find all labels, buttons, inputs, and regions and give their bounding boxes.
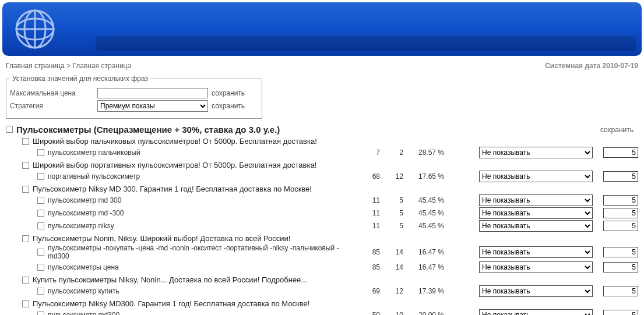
phrase-row: пульсоксиметр купить691217.39 %Не показы… (37, 285, 638, 297)
phrase-bid-input[interactable] (603, 262, 638, 272)
phrase-bid-input[interactable] (603, 171, 638, 182)
ad-title: Пульсоксиметр Niksy MD 300. Гарантия 1 г… (33, 185, 312, 193)
phrase-stat-clicks: 12 (380, 287, 403, 295)
bulk-settings-fieldset: Установка значений для нескольких фраз М… (6, 75, 262, 119)
phrase-checkbox[interactable] (37, 210, 44, 217)
phrase-text: пульсоксиметр купить (48, 287, 357, 295)
phrase-strategy-select[interactable]: Не показывать (479, 194, 593, 206)
phrase-stat-impressions: 11 (357, 209, 380, 217)
phrase-stat-ctr: 45.45 % (403, 196, 444, 204)
breadcrumb-sep: > (66, 62, 71, 70)
ad-checkbox[interactable] (22, 162, 29, 169)
phrase-strategy-select[interactable]: Не показывать (479, 285, 593, 297)
phrase-bid-input[interactable] (603, 195, 638, 206)
phrase-row: пульсоксиметры -покупать -цена -md -noni… (37, 244, 638, 260)
ad-checkbox[interactable] (22, 138, 29, 145)
phrase-text: пульсоксиметры -покупать -цена -md -noni… (48, 244, 357, 260)
ad-block: Пульсоксиметр Niksy MD300. Гарантия 1 го… (22, 299, 638, 315)
phrase-bid-input[interactable] (603, 147, 638, 158)
phrase-stat-clicks: 10 (380, 311, 403, 315)
phrase-text: пульсоксиметр niksy (48, 222, 357, 230)
phrase-text: пульсоксиметр md300 (48, 311, 357, 315)
phrase-stat-clicks: 5 (380, 222, 403, 230)
maxprice-save-button[interactable]: сохранить (212, 89, 245, 97)
phrase-stat-clicks: 12 (380, 172, 403, 180)
phrase-strategy-select[interactable]: Не показывать (479, 309, 593, 315)
globe-icon (14, 8, 56, 50)
phrase-stat-clicks: 5 (380, 196, 403, 204)
phrase-row: пульсоксиметр md 30011545.45 %Не показыв… (37, 194, 638, 206)
phrase-strategy-select[interactable]: Не показывать (479, 261, 593, 273)
phrase-stat-clicks: 5 (380, 209, 403, 217)
strategy-label: Стратегия (10, 102, 97, 110)
strategy-select[interactable]: Премиум показы (97, 100, 208, 112)
phrase-row: пульсоксиметр пальчиковый7228.57 %Не пок… (37, 147, 638, 158)
phrase-stat-impressions: 50 (357, 311, 380, 315)
phrase-strategy-select[interactable]: Не показывать (479, 171, 593, 182)
ad-block: Широкий выбор портативных пульсоксиметро… (22, 161, 638, 182)
maxprice-label: Максимальная цена (10, 89, 97, 97)
ad-checkbox[interactable] (22, 300, 29, 307)
group-save-button[interactable]: сохранить (600, 126, 638, 134)
ad-title: Пульсоксиметры Nonin, Niksy. Широкий выб… (33, 234, 290, 243)
phrase-text: пульсоксиметр md -300 (48, 209, 357, 217)
ad-checkbox[interactable] (22, 186, 29, 193)
phrase-bid-input[interactable] (603, 310, 638, 315)
phrase-stat-clicks: 14 (380, 263, 403, 271)
phrase-checkbox[interactable] (37, 173, 44, 180)
bulk-settings-legend: Установка значений для нескольких фраз (10, 75, 150, 83)
ad-block: Купить пульсоксиметры Niksy, Nonin... До… (22, 275, 638, 297)
phrase-checkbox[interactable] (37, 249, 44, 256)
phrase-stat-clicks: 14 (380, 248, 403, 256)
header-bar (2, 2, 642, 56)
phrase-checkbox[interactable] (37, 312, 44, 315)
phrase-row: пульсоксиметры цена851416.47 %Не показыв… (37, 261, 638, 273)
phrase-stat-impressions: 85 (357, 248, 380, 256)
ad-checkbox[interactable] (22, 277, 29, 284)
phrase-bid-input[interactable] (603, 286, 638, 296)
phrase-strategy-select[interactable]: Не показывать (479, 246, 593, 258)
phrase-text: пульсоксиметр пальчиковый (48, 148, 357, 157)
phrase-stat-ctr: 45.45 % (403, 222, 444, 230)
phrase-stat-impressions: 69 (357, 287, 380, 295)
maxprice-input[interactable] (97, 88, 208, 98)
group-checkbox[interactable] (6, 126, 13, 133)
top-line: Главная страница > Главная страница Сист… (0, 58, 644, 72)
phrase-checkbox[interactable] (37, 288, 44, 295)
phrase-checkbox[interactable] (37, 149, 44, 156)
ad-title: Купить пульсоксиметры Niksy, Nonin... До… (33, 275, 307, 284)
phrase-stat-impressions: 11 (357, 222, 380, 230)
phrase-checkbox[interactable] (37, 197, 44, 204)
phrase-bid-input[interactable] (603, 208, 638, 218)
ad-title: Широкий выбор пальчиковых пульсоксиметро… (33, 137, 317, 146)
phrase-text: портативный пульсоксиметр (48, 172, 357, 180)
phrase-stat-clicks: 2 (380, 148, 403, 157)
breadcrumb-home[interactable]: Главная страница (6, 62, 65, 70)
ad-block: Широкий выбор пальчиковых пульсоксиметро… (22, 137, 638, 158)
ad-block: Пульсоксиметры Nonin, Niksy. Широкий выб… (22, 234, 638, 273)
phrase-row: пульсоксиметр md -30011545.45 %Не показы… (37, 207, 638, 219)
phrase-checkbox[interactable] (37, 222, 44, 229)
phrase-stat-ctr: 20.00 % (403, 311, 444, 315)
ad-title: Пульсоксиметр Niksy MD300. Гарантия 1 го… (33, 299, 309, 308)
ad-block: Пульсоксиметр Niksy MD 300. Гарантия 1 г… (22, 185, 638, 232)
phrase-bid-input[interactable] (603, 221, 638, 231)
phrase-row: пульсоксиметр md300501020.00 %Не показыв… (37, 309, 638, 315)
phrase-strategy-select[interactable]: Не показывать (479, 207, 593, 219)
phrase-row: портативный пульсоксиметр681217.65 %Не п… (37, 171, 638, 182)
ad-checkbox[interactable] (22, 235, 29, 242)
phrase-row: пульсоксиметр niksy11545.45 %Не показыва… (37, 220, 638, 232)
phrase-stat-impressions: 7 (357, 148, 380, 157)
phrase-strategy-select[interactable]: Не показывать (479, 147, 593, 158)
phrase-stat-ctr: 45.45 % (403, 209, 444, 217)
phrase-strategy-select[interactable]: Не показывать (479, 220, 593, 232)
system-date: Системная дата 2010-07-19 (545, 62, 638, 70)
system-date-label: Системная дата (545, 62, 600, 70)
phrase-stat-impressions: 68 (357, 172, 380, 180)
phrase-stat-ctr: 16.47 % (403, 248, 444, 256)
phrase-text: пульсоксиметр md 300 (48, 196, 357, 204)
phrase-stat-ctr: 28.57 % (403, 148, 444, 157)
phrase-checkbox[interactable] (37, 264, 44, 271)
phrase-bid-input[interactable] (603, 247, 638, 257)
strategy-save-button[interactable]: сохранить (212, 102, 245, 110)
